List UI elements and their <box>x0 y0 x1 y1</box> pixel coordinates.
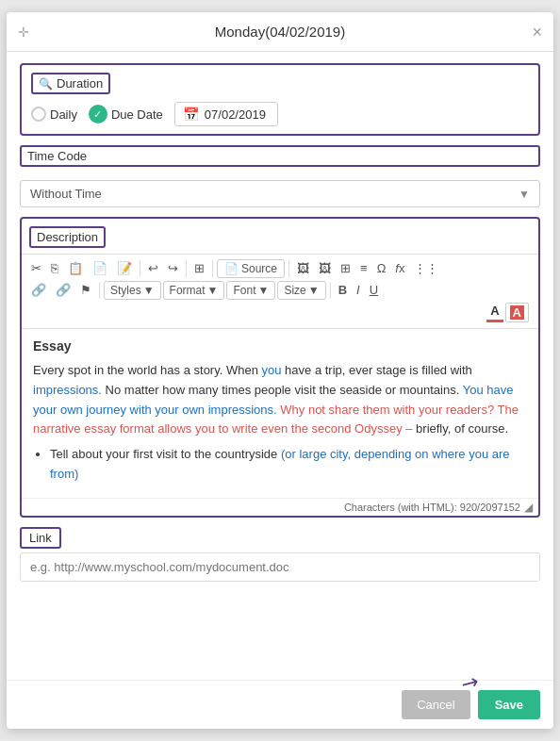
editor-title: Essay <box>33 338 527 354</box>
fx-button[interactable]: fx <box>391 258 408 278</box>
paste-button[interactable]: 📋 <box>64 258 87 278</box>
font-arrow-icon: ▼ <box>258 284 270 297</box>
editor-body: Every spot in the world has a story. Whe… <box>33 361 527 485</box>
font-color-label: A <box>490 304 499 318</box>
modal-header: ✛ Monday(04/02/2019) × <box>7 12 553 52</box>
source-button[interactable]: 📄 Source <box>217 259 285 278</box>
modal-body: 🔍 Duration Daily ✓ Due Date 📅 07/02/2019 <box>7 52 553 680</box>
italic-button[interactable]: I <box>353 280 364 300</box>
size-arrow-icon: ▼ <box>308 284 320 297</box>
drag-handle-icon[interactable]: ✛ <box>18 25 29 40</box>
format-dropdown[interactable]: Format ▼ <box>163 281 225 300</box>
redo-button[interactable]: ↪ <box>164 258 182 278</box>
toolbar-separator-6 <box>330 282 331 299</box>
due-date-label: Due Date <box>111 107 163 122</box>
description-label: Description <box>37 230 98 244</box>
due-date-option[interactable]: ✓ Due Date <box>89 105 163 124</box>
timecode-dropdown-arrow-icon: ▼ <box>519 188 530 201</box>
link-label: Link <box>29 531 52 545</box>
char-count-text: Characters (with HTML): 920/2097152 <box>344 502 520 513</box>
font-label: Font <box>233 284 255 297</box>
styles-label: Styles <box>110 284 141 297</box>
due-date-check-icon[interactable]: ✓ <box>89 105 107 124</box>
daily-option[interactable]: Daily <box>31 107 77 122</box>
paste-word-button[interactable]: 📝 <box>113 258 136 278</box>
highlight-color-label: A <box>510 305 524 320</box>
daily-label: Daily <box>50 107 77 122</box>
toolbar-separator-1 <box>140 260 140 277</box>
highlight-color-button[interactable]: A <box>505 303 529 322</box>
format-label: Format <box>170 284 206 297</box>
toolbar-area: ✂ ⎘ 📋 📄 📝 ↩ ↪ ⊞ 📄 Source � <box>22 254 538 328</box>
toolbar-separator-3 <box>212 260 213 277</box>
char-count-bar: Characters (with HTML): 920/2097152 ◢ <box>22 498 538 516</box>
link-button[interactable]: 🔗 <box>27 280 50 300</box>
format-arrow-icon: ▼ <box>207 284 219 297</box>
size-dropdown[interactable]: Size ▼ <box>277 281 325 300</box>
timecode-value: Without Time <box>30 187 102 201</box>
toolbar-separator-4 <box>288 260 289 277</box>
duration-section: 🔍 Duration Daily ✓ Due Date 📅 07/02/2019 <box>20 63 540 136</box>
timecode-badge: Time Code <box>20 145 540 167</box>
editor-list: Tell about your first visit to the count… <box>50 445 527 485</box>
styles-arrow-icon: ▼ <box>143 284 155 297</box>
image-button[interactable]: 🖼 <box>293 258 313 278</box>
special-chars-button[interactable]: ⊞ <box>190 258 208 278</box>
toolbar-separator-5 <box>99 282 100 299</box>
duration-badge: 🔍 Duration <box>31 73 110 94</box>
underline-button[interactable]: U <box>366 280 382 300</box>
copy-button[interactable]: ⎘ <box>47 258 62 278</box>
save-button[interactable]: Save <box>478 690 540 719</box>
calendar-icon: 📅 <box>183 107 199 122</box>
list-item: Tell about your first visit to the count… <box>50 445 527 485</box>
paste-text-button[interactable]: 📄 <box>89 258 111 278</box>
flag-button[interactable]: ⚑ <box>76 280 95 300</box>
unlink-button[interactable]: 🔗 <box>52 280 74 300</box>
font-dropdown[interactable]: Font ▼ <box>226 281 275 300</box>
timecode-dropdown[interactable]: Without Time ▼ <box>20 180 540 207</box>
description-badge: Description <box>29 226 106 248</box>
source-icon: 📄 <box>224 262 239 275</box>
bold-button[interactable]: B <box>335 280 351 300</box>
description-section: Description ✂ ⎘ 📋 📄 📝 ↩ ↪ ⊞ 📄 <box>20 217 540 518</box>
link-input[interactable] <box>20 552 540 582</box>
size-label: Size <box>284 284 305 297</box>
link-section: Link <box>20 527 540 582</box>
image2-button[interactable]: 🖼 <box>315 258 335 278</box>
more-button[interactable]: ⋮⋮ <box>410 258 442 278</box>
radio-date-row: Daily ✓ Due Date 📅 07/02/2019 <box>31 102 529 126</box>
align-button[interactable]: ≡ <box>356 258 371 278</box>
toolbar-row-3: A A <box>27 302 533 322</box>
search-icon: 🔍 <box>39 77 53 91</box>
timecode-label: Time Code <box>27 149 87 163</box>
omega-button[interactable]: Ω <box>373 258 390 278</box>
modal-footer: ↗ Cancel Save <box>7 680 553 729</box>
styles-dropdown[interactable]: Styles ▼ <box>104 281 161 300</box>
resize-handle-icon[interactable]: ◢ <box>524 501 533 514</box>
toolbar-row-2: 🔗 🔗 ⚑ Styles ▼ Format ▼ Font ▼ <box>27 280 533 300</box>
modal-title: Monday(04/02/2019) <box>215 24 345 40</box>
cancel-button[interactable]: Cancel <box>402 690 469 719</box>
font-color-button[interactable]: A <box>486 302 502 322</box>
undo-button[interactable]: ↩ <box>144 258 162 278</box>
table-button[interactable]: ⊞ <box>337 258 354 278</box>
source-label: Source <box>241 262 277 275</box>
timecode-section: Time Code Without Time ▼ <box>20 145 540 207</box>
date-value: 07/02/2019 <box>205 107 266 122</box>
duration-label: Duration <box>57 76 103 91</box>
toolbar-separator-2 <box>186 260 187 277</box>
close-button[interactable]: × <box>532 24 542 41</box>
daily-radio[interactable] <box>31 107 46 122</box>
date-field[interactable]: 📅 07/02/2019 <box>174 102 278 126</box>
cut-button[interactable]: ✂ <box>27 258 45 278</box>
modal-container: ✛ Monday(04/02/2019) × 🔍 Duration Daily … <box>7 12 553 729</box>
toolbar-row-1: ✂ ⎘ 📋 📄 📝 ↩ ↪ ⊞ 📄 Source � <box>27 258 533 278</box>
link-badge: Link <box>20 527 61 549</box>
editor-content[interactable]: Essay Every spot in the world has a stor… <box>22 328 538 498</box>
